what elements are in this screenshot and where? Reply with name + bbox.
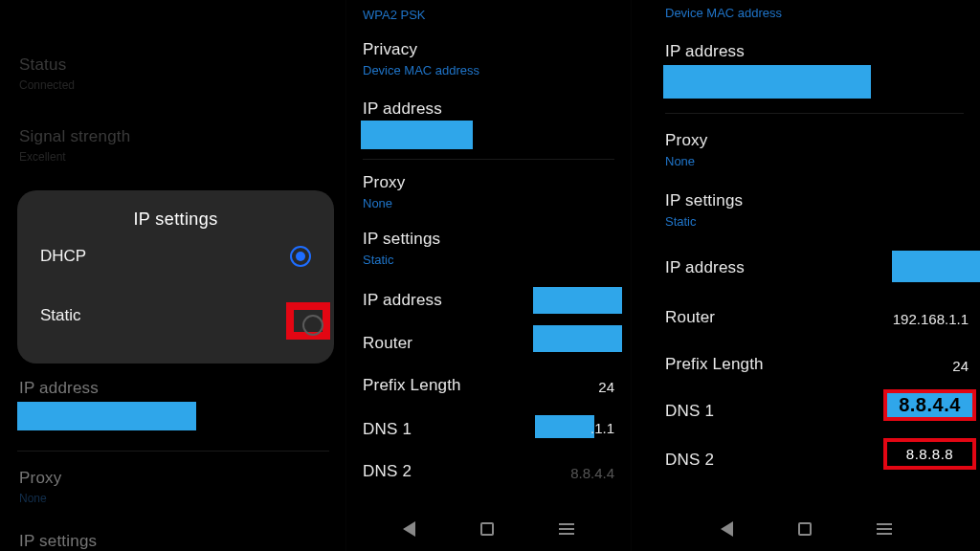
- radio-icon-unselected[interactable]: [302, 315, 323, 336]
- proxy-value: None: [19, 492, 328, 505]
- proxy-row[interactable]: Proxy None: [665, 131, 707, 168]
- proxy-value: None: [363, 196, 405, 210]
- mac-value: Device MAC address: [665, 6, 782, 20]
- ip-settings-value: Static: [665, 214, 743, 229]
- radio-option-dhcp[interactable]: DHCP: [17, 230, 334, 283]
- ip-address-row: IP address: [363, 99, 442, 119]
- dns2-value: 8.8.4.4: [570, 465, 614, 481]
- ip-redacted-2: [892, 251, 980, 282]
- divider: [665, 113, 964, 114]
- ip-redacted-2: [533, 287, 622, 314]
- proxy-label: Proxy: [665, 131, 707, 150]
- nav-back-icon[interactable]: [721, 521, 733, 537]
- router-label: Router: [665, 308, 715, 327]
- prefix-value: 24: [598, 379, 614, 395]
- nav-recent-icon[interactable]: [559, 523, 574, 535]
- ip-settings-value: Static: [363, 253, 440, 267]
- status-label: Status: [19, 55, 328, 75]
- privacy-label: Privacy: [363, 40, 479, 59]
- nav-back-icon[interactable]: [403, 521, 415, 537]
- dns2-label: DNS 2: [665, 451, 714, 470]
- router-redacted: [533, 325, 622, 352]
- ip-address-row: IP address: [665, 42, 745, 61]
- router-label: Router: [363, 334, 412, 353]
- panel-ip-settings-modal: Status Connected Signal strength Excelle…: [0, 0, 345, 551]
- ip-redacted-1: [663, 65, 871, 99]
- highlight-inner: [294, 310, 323, 332]
- divider: [363, 159, 614, 160]
- status-row: Status Connected: [19, 55, 328, 92]
- prefix-label: Prefix Length: [665, 355, 764, 374]
- ip-address-input-label: IP address: [363, 291, 442, 310]
- radio-icon-selected[interactable]: [290, 246, 311, 267]
- panel-wifi-details-edit: WPA2 PSK Privacy Device MAC address IP a…: [345, 0, 631, 551]
- proxy-row[interactable]: Proxy None: [363, 173, 405, 210]
- prefix-value: 24: [952, 358, 969, 374]
- proxy-label: Proxy: [19, 469, 328, 488]
- radio-label-static: Static: [40, 306, 81, 325]
- prefix-label: Prefix Length: [363, 376, 461, 395]
- dns1-label: DNS 1: [665, 402, 714, 421]
- ip-address-label: IP address: [19, 379, 328, 398]
- dns1-value: 8.8.4.4: [899, 394, 961, 416]
- android-navbar: [346, 507, 631, 551]
- ip-address-label: IP address: [363, 99, 442, 119]
- proxy-label: Proxy: [363, 173, 405, 192]
- ip-address-input-label: IP address: [665, 258, 745, 277]
- dns1-label: DNS 1: [363, 420, 412, 439]
- router-value: 192.168.1.1: [893, 311, 969, 327]
- ip-redacted-1: [361, 121, 473, 149]
- nav-home-icon[interactable]: [798, 522, 812, 536]
- status-value: Connected: [19, 78, 328, 92]
- signal-row: Signal strength Excellent: [19, 127, 328, 164]
- proxy-row[interactable]: Proxy None: [19, 469, 328, 505]
- highlight-dns2: 8.8.8.8: [883, 438, 976, 470]
- ip-settings-label: IP settings: [665, 191, 743, 210]
- ip-settings-row[interactable]: IP settings: [19, 532, 328, 551]
- ip-redacted: [17, 402, 196, 430]
- dns1-suffix: .1.1: [590, 420, 614, 436]
- divider: [17, 451, 329, 452]
- radio-label-dhcp: DHCP: [40, 247, 86, 266]
- panel-wifi-details-result: Device MAC address IP address Proxy None…: [631, 0, 980, 551]
- privacy-value: Device MAC address: [363, 63, 479, 77]
- security-value: WPA2 PSK: [363, 8, 426, 22]
- signal-strength-value: Excellent: [19, 150, 328, 164]
- router-row[interactable]: Router 192.168.1.1: [665, 308, 969, 327]
- nav-home-icon[interactable]: [480, 522, 494, 536]
- nav-recent-icon[interactable]: [877, 523, 892, 535]
- highlight-static-radio: [286, 302, 330, 340]
- privacy-row[interactable]: Privacy Device MAC address: [363, 40, 479, 77]
- signal-strength-label: Signal strength: [19, 127, 328, 146]
- prefix-row[interactable]: Prefix Length 24: [665, 355, 969, 374]
- prefix-row[interactable]: Prefix Length 24: [363, 376, 614, 395]
- ip-settings-label: IP settings: [19, 532, 328, 551]
- modal-title: IP settings: [17, 209, 334, 230]
- ip-address-row: IP address: [19, 379, 328, 398]
- android-navbar: [632, 507, 980, 551]
- ip-settings-label: IP settings: [363, 230, 440, 249]
- highlight-dns1: 8.8.4.4: [883, 389, 976, 421]
- ip-settings-row[interactable]: IP settings Static: [665, 191, 743, 229]
- dns2-row[interactable]: DNS 2: [665, 451, 875, 470]
- ip-address-label: IP address: [665, 42, 745, 61]
- dns1-row[interactable]: DNS 1: [665, 402, 875, 421]
- dns1-redacted: [535, 415, 594, 438]
- dns2-row[interactable]: DNS 2 8.8.4.4: [363, 462, 614, 481]
- ip-settings-row[interactable]: IP settings Static: [363, 230, 440, 267]
- dns2-value: 8.8.8.8: [906, 446, 953, 462]
- proxy-value: None: [665, 154, 707, 168]
- dns2-label: DNS 2: [363, 462, 412, 481]
